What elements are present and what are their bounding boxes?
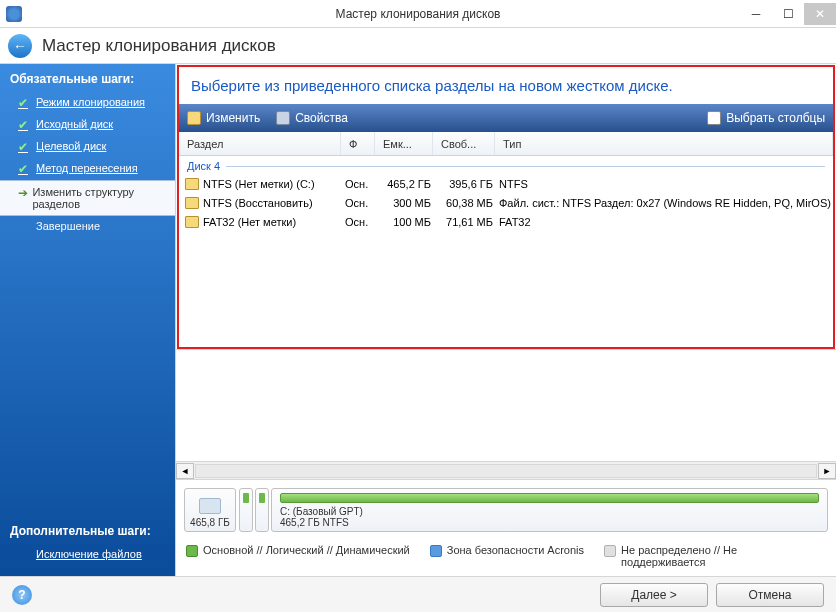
sidebar: Обязательные шаги: ✔ Режим клонирования … xyxy=(0,64,175,576)
columns-label: Выбрать столбцы xyxy=(726,111,825,125)
partition-icon xyxy=(185,178,199,190)
check-icon: ✔ xyxy=(18,140,30,154)
group-line xyxy=(226,166,825,167)
scroll-track[interactable] xyxy=(195,464,817,478)
sidebar-required-title: Обязательные шаги: xyxy=(0,64,175,92)
minimize-button[interactable]: ─ xyxy=(740,3,772,25)
sidebar-item-label: Метод перенесения xyxy=(36,162,138,174)
col-flags[interactable]: Ф xyxy=(341,132,375,155)
sidebar-item-finish: ✔ Завершение xyxy=(0,216,175,238)
instruction-text: Выберите из приведенного списка разделы … xyxy=(179,67,833,104)
disk-segment-main[interactable]: C: (Базовый GPT) 465,2 ГБ NTFS xyxy=(271,488,828,532)
segment-bar xyxy=(280,493,819,503)
legend-unalloc-label: Не распределено // Не поддерживается xyxy=(621,544,764,568)
scroll-right-icon[interactable]: ► xyxy=(818,463,836,479)
legend-primary-label: Основной // Логический // Динамический xyxy=(203,544,410,556)
partition-icon xyxy=(185,216,199,228)
legend-zone: Зона безопасности Acronis xyxy=(430,544,584,557)
columns-icon xyxy=(707,111,721,125)
cell-flag: Осн. xyxy=(345,197,379,209)
toolbar: Изменить Свойства Выбрать столбцы xyxy=(179,104,833,132)
sidebar-item-clone-mode[interactable]: ✔ Режим клонирования xyxy=(0,92,175,114)
cell-partition: NTFS (Нет метки) (C:) xyxy=(203,178,345,190)
sidebar-item-transfer-method[interactable]: ✔ Метод перенесения xyxy=(0,158,175,180)
sidebar-item-label: Завершение xyxy=(36,220,100,232)
cell-flag: Осн. xyxy=(345,178,379,190)
horizontal-scrollbar[interactable]: ◄ ► xyxy=(176,462,836,480)
app-icon xyxy=(6,6,22,22)
page-title: Мастер клонирования дисков xyxy=(42,36,276,56)
segment-label: C: (Базовый GPT) xyxy=(280,506,819,517)
partition-icon xyxy=(185,197,199,209)
content: Выберите из приведенного списка разделы … xyxy=(175,64,836,576)
disk-total-box[interactable]: 465,8 ГБ xyxy=(184,488,236,532)
help-icon[interactable]: ? xyxy=(12,585,32,605)
back-button[interactable]: ← xyxy=(8,34,32,58)
cell-capacity: 300 МБ xyxy=(379,197,437,209)
cell-free: 60,38 МБ xyxy=(437,197,499,209)
disk-group-label: Диск 4 xyxy=(187,160,220,172)
sidebar-item-label: Исходный диск xyxy=(36,118,113,130)
legend: Основной // Логический // Динамический З… xyxy=(176,540,836,576)
header: ← Мастер клонирования дисков xyxy=(0,28,836,64)
cell-capacity: 465,2 ГБ xyxy=(379,178,437,190)
edit-button[interactable]: Изменить xyxy=(187,111,260,125)
select-columns-button[interactable]: Выбрать столбцы xyxy=(707,111,825,125)
table-row[interactable]: NTFS (Нет метки) (C:) Осн. 465,2 ГБ 395,… xyxy=(179,174,833,193)
partition-panel: Выберите из приведенного списка разделы … xyxy=(177,65,835,349)
legend-swatch-green xyxy=(186,545,198,557)
table-row[interactable]: NTFS (Восстановить) Осн. 300 МБ 60,38 МБ… xyxy=(179,193,833,212)
disk-icon xyxy=(199,498,221,514)
sidebar-item-change-partitions[interactable]: ➔ Изменить структуру разделов xyxy=(0,180,175,216)
sidebar-item-exclude-files[interactable]: ✔ Исключение файлов xyxy=(0,544,175,566)
legend-zone-label: Зона безопасности Acronis xyxy=(447,544,584,556)
table-body: Диск 4 NTFS (Нет метки) (C:) Осн. 465,2 … xyxy=(179,156,833,347)
sidebar-item-label: Изменить структуру разделов xyxy=(32,186,165,210)
legend-unallocated: Не распределено // Не поддерживается xyxy=(604,544,764,568)
disk-segment-small-2[interactable] xyxy=(255,488,269,532)
properties-icon xyxy=(276,111,290,125)
legend-primary: Основной // Логический // Динамический xyxy=(186,544,410,557)
cell-free: 395,6 ГБ xyxy=(437,178,499,190)
cell-type: FAT32 xyxy=(499,216,833,228)
titlebar: Мастер клонирования дисков ─ ☐ ✕ xyxy=(0,0,836,28)
col-capacity[interactable]: Емк... xyxy=(375,132,433,155)
properties-button[interactable]: Свойства xyxy=(276,111,348,125)
col-type[interactable]: Тип xyxy=(495,132,833,155)
disk-segment-small-1[interactable] xyxy=(239,488,253,532)
scroll-left-icon[interactable]: ◄ xyxy=(176,463,194,479)
window-title: Мастер клонирования дисков xyxy=(336,7,501,21)
arrow-right-icon: ➔ xyxy=(18,186,28,200)
maximize-button[interactable]: ☐ xyxy=(772,3,804,25)
blank-area xyxy=(176,350,836,462)
sidebar-item-label: Целевой диск xyxy=(36,140,106,152)
cancel-button[interactable]: Отмена xyxy=(716,583,824,607)
cell-type: NTFS xyxy=(499,178,833,190)
legend-swatch-gray xyxy=(604,545,616,557)
lower-panel: ◄ ► 465,8 ГБ C: (Базовый GPT) 465,2 ГБ N… xyxy=(176,349,836,576)
check-icon: ✔ xyxy=(18,96,30,110)
segment-size: 465,2 ГБ NTFS xyxy=(280,517,819,528)
properties-label: Свойства xyxy=(295,111,348,125)
pencil-icon xyxy=(187,111,201,125)
table-row[interactable]: FAT32 (Нет метки) Осн. 100 МБ 71,61 МБ F… xyxy=(179,212,833,231)
disk-total-label: 465,8 ГБ xyxy=(190,517,230,528)
sidebar-item-label: Исключение файлов xyxy=(36,548,142,560)
cell-partition: NTFS (Восстановить) xyxy=(203,197,345,209)
disk-map: 465,8 ГБ C: (Базовый GPT) 465,2 ГБ NTFS xyxy=(176,480,836,540)
footer: ? Далее > Отмена xyxy=(0,576,836,612)
edit-label: Изменить xyxy=(206,111,260,125)
col-free[interactable]: Своб... xyxy=(433,132,495,155)
disk-group[interactable]: Диск 4 xyxy=(179,156,833,174)
check-icon: ✔ xyxy=(18,118,30,132)
sidebar-additional-title: Дополнительные шаги: xyxy=(0,516,175,544)
sidebar-item-label: Режим клонирования xyxy=(36,96,145,108)
next-button[interactable]: Далее > xyxy=(600,583,708,607)
close-button[interactable]: ✕ xyxy=(804,3,836,25)
sidebar-item-source-disk[interactable]: ✔ Исходный диск xyxy=(0,114,175,136)
col-partition[interactable]: Раздел xyxy=(179,132,341,155)
cell-partition: FAT32 (Нет метки) xyxy=(203,216,345,228)
sidebar-item-target-disk[interactable]: ✔ Целевой диск xyxy=(0,136,175,158)
cell-capacity: 100 МБ xyxy=(379,216,437,228)
table-header: Раздел Ф Емк... Своб... Тип xyxy=(179,132,833,156)
